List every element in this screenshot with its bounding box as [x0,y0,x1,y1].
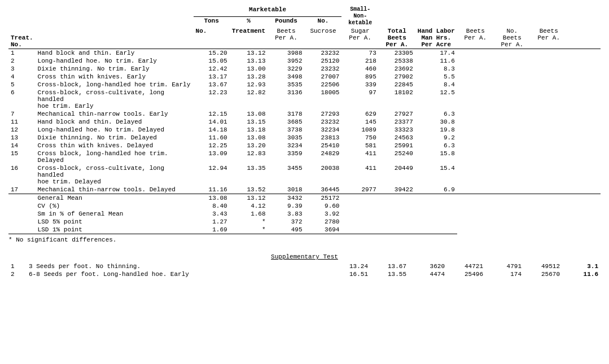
header-row-1: Treat.No. Marketable Small-Non-ketable T… [8,6,601,16]
stats-hand-labor [415,194,457,203]
row-treatment: Long-handled hoe. No trim. Early [36,57,194,65]
row-lbs-sugar: 3498 [268,73,305,81]
row-lbs-sugar: 3738 [268,126,305,134]
supp-hand-labor: 3.1 [562,262,601,270]
row-no-beets: 23232 [305,65,342,73]
row-no-beets: 18005 [305,89,342,110]
row-sucrose: 13.35 [230,164,268,186]
row-no-beets: 25120 [305,57,342,65]
row-lbs-sugar: 3234 [268,142,305,150]
row-tons: 13.09 [194,150,230,164]
row-no: 5 [8,81,36,89]
hand-labor-per-acre-subheader [567,27,601,49]
sucrose-header: % [230,16,268,27]
stats-hand-labor [415,210,457,218]
row-treatment: Cross-block, long-handled hoe trim. Earl… [36,81,194,89]
row-hand-labor: 12.5 [415,89,457,110]
row-small-beets: 1089 [341,126,378,134]
stats-total-beets [379,218,415,226]
stats-total-beets [379,194,415,203]
supp-treatment: 3 Seeds per foot. No thinning. [24,262,332,270]
row-lbs-sugar: 3952 [268,57,305,65]
stats-sucrose: * [230,218,268,226]
row-no-beets: 24829 [305,150,342,164]
row-tons: 15.20 [194,49,230,58]
row-hand-labor: 15.4 [415,164,457,186]
total-beets-per-a-subheader: BeetsPer A. [531,27,567,49]
row-treatment: Cross thin with knives. Early [36,73,194,81]
sucrose-per-a-header: Sucrose [305,27,342,49]
supp-no-beets: 25496 [447,270,485,278]
supp-sucrose: 13.55 [370,270,409,278]
row-sucrose: 13.18 [230,126,268,134]
row-total-beets: 18102 [379,89,415,110]
row-hand-labor: 8.4 [415,81,457,89]
row-hand-labor: 5.5 [415,73,457,81]
supp-small-beets: 174 [485,270,524,278]
stats-body: General Mean 13.08 13.12 3432 25172 CV (… [8,194,601,234]
stats-no [8,194,36,203]
data-body: 1 Hand block and thin. Early 15.20 13.12… [8,49,601,194]
treatment-header [36,6,194,49]
row-total-beets: 25240 [379,150,415,164]
table-row: 1 Hand block and thin. Early 15.20 13.12… [8,49,601,58]
treat-no-subheader: No. [194,27,230,49]
row-lbs-sugar: 3685 [268,118,305,126]
row-hand-labor: 9.2 [415,134,457,142]
row-no: 15 [8,150,36,164]
stats-row: CV (%) 8.40 4.12 9.39 9.60 [8,202,601,210]
stats-label: Sm in % of General Mean [36,210,194,218]
stats-total-beets [379,202,415,210]
row-no: 17 [8,186,36,194]
row-sucrose: 12.93 [230,81,268,89]
small-beets-per-a-header: No.BeetsPer A. [494,27,531,49]
row-total-beets: 33323 [379,126,415,134]
stats-label: LSD 1% point [36,226,194,234]
row-tons: 11.60 [194,134,230,142]
stats-row: General Mean 13.08 13.12 3432 25172 [8,194,601,203]
table-row: 5 Cross-block, long-handled hoe trim. Ea… [8,81,601,89]
stats-sucrose: 4.12 [230,202,268,210]
row-tons: 11.16 [194,186,230,194]
row-small-beets: 97 [341,89,378,110]
stats-lbs-sugar: 9.39 [268,202,305,210]
marketable-group-header: Marketable [194,6,342,16]
stats-sucrose: 1.68 [230,210,268,218]
stats-lbs-sugar: 3432 [268,194,305,203]
row-total-beets: 27927 [379,110,415,118]
tons-beets-header: Tons [194,16,230,27]
stats-no [8,226,36,234]
treat-no-header: Treat.No. [8,6,36,49]
row-sucrose: 13.13 [230,57,268,65]
small-nonmarketable-header: Small-Non-ketable [341,6,378,27]
row-treatment: Hand block and thin. Delayed [36,118,194,126]
table-row: 17 Mechanical thin-narrow tools. Delayed… [8,186,601,194]
lbs-sugar-per-a-header: SugarPer A. [341,27,378,49]
row-sucrose: 13.08 [230,134,268,142]
supp-no: 2 [8,270,24,278]
row-lbs-sugar: 3535 [268,81,305,89]
row-no: 16 [8,164,36,186]
row-small-beets: 629 [341,110,378,118]
row-sucrose: 13.08 [230,110,268,118]
supp-hand-labor: 11.6 [562,270,601,278]
row-tons: 14.18 [194,126,230,134]
supplementary-table: 1 3 Seeds per foot. No thinning. 13.24 1… [8,262,601,278]
stats-no-beets: 3694 [305,226,342,234]
row-sucrose: 13.52 [230,186,268,194]
supp-lbs-sugar: 3620 [409,262,447,270]
supp-no: 1 [8,262,24,270]
stats-sucrose: * [230,226,268,234]
row-no-beets: 32234 [305,126,342,134]
row-hand-labor: 6.3 [415,142,457,150]
stats-row: Sm in % of General Mean 3.43 1.68 3.83 3… [8,210,601,218]
row-total-beets: 39422 [379,186,415,194]
row-tons: 12.25 [194,142,230,150]
row-total-beets: 23692 [379,65,415,73]
row-hand-labor: 17.4 [415,49,457,58]
row-total-beets: 24563 [379,134,415,142]
row-small-beets: 2977 [341,186,378,194]
footnote: * No significant differences. [8,236,601,243]
stats-label: CV (%) [36,202,194,210]
stats-tons: 1.69 [194,226,230,234]
